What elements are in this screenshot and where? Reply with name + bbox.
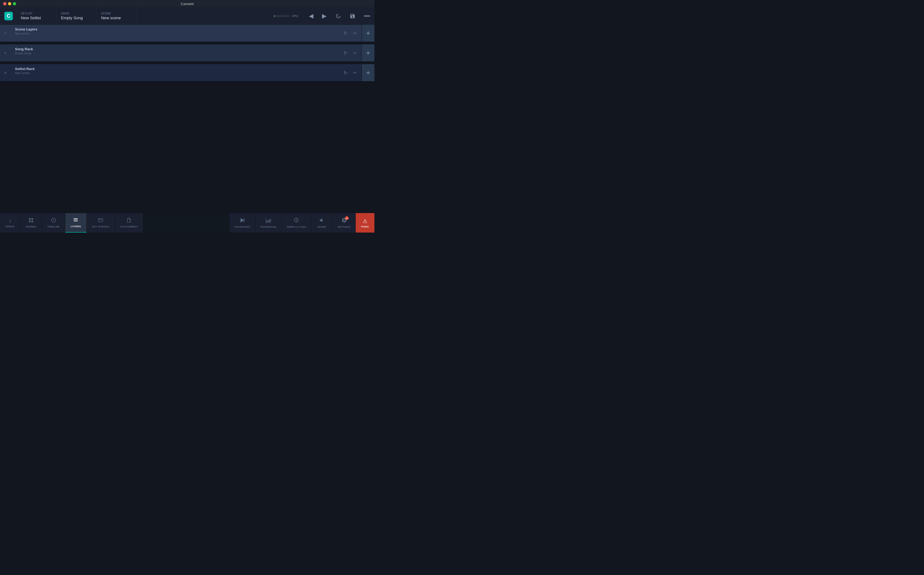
svg-rect-6 xyxy=(99,218,100,221)
song-rack-expand[interactable] xyxy=(0,44,11,62)
tab-attachment[interactable]: ATTACHMENT xyxy=(115,213,143,233)
close-button[interactable] xyxy=(3,2,6,5)
scene-layers-expand[interactable] xyxy=(0,25,11,42)
songs-icon: ♪ xyxy=(9,218,11,224)
scene-label: Scene xyxy=(101,12,132,15)
history-button[interactable] xyxy=(334,12,342,20)
song-rack-controls: ✏ xyxy=(339,44,362,62)
setlist-rack: Setlist Rack New Setlist ✏ + xyxy=(0,64,374,82)
scene-layers-subtitle: New scene xyxy=(15,32,335,35)
songs-label: SONGS xyxy=(5,225,15,228)
panic-btn[interactable]: ⚠ PANIC xyxy=(355,213,374,233)
mixer-icon xyxy=(319,217,325,224)
history-icon xyxy=(335,13,341,19)
svg-rect-3 xyxy=(32,221,33,222)
app-title: Camelot xyxy=(181,2,194,6)
tab-layers[interactable]: LAYERS xyxy=(65,213,87,233)
route-icon xyxy=(344,31,348,35)
scene-value: New scene xyxy=(101,16,132,20)
attachment-icon xyxy=(126,218,132,224)
layers-icon xyxy=(73,217,78,224)
setlist-rack-controls: ✏ xyxy=(339,64,362,81)
route-icon xyxy=(344,51,348,55)
transpose-btn[interactable]: ♭# TRANSPOSE xyxy=(255,213,281,233)
song-rack-edit-btn[interactable]: ✏ xyxy=(351,49,358,57)
transport-label: TRANSPORT xyxy=(234,226,251,228)
traffic-lights xyxy=(3,2,16,5)
setlist-section: Setlist New Setlist xyxy=(17,8,57,24)
svg-rect-0 xyxy=(29,218,31,220)
panic-label: PANIC xyxy=(361,226,369,228)
svg-point-4 xyxy=(53,220,54,221)
right-controls: TRANSPORT ♭# TRANSPOSE TEMPO & SYNC MIXE… xyxy=(229,213,374,233)
settings-icon: 1 xyxy=(341,217,347,224)
cpu-bar xyxy=(274,15,290,17)
scene-layers-controls: ✏ xyxy=(339,25,362,42)
tab-scenes[interactable]: SCENES xyxy=(20,213,42,233)
rewind-button[interactable]: ◀ xyxy=(308,11,315,21)
header: C Setlist New Setlist Song Empty Song Sc… xyxy=(0,8,374,25)
song-rack: Song Rack Empty Song ✏ + xyxy=(0,44,374,62)
setlist-value: New Setlist xyxy=(21,16,52,20)
tab-timeline[interactable]: TIMELINE xyxy=(42,213,65,233)
nav-tabs: ♪ SONGS SCENES TIMELINE LAYERS KEY xyxy=(0,213,143,233)
title-bar: Camelot xyxy=(0,0,374,8)
tab-songs[interactable]: ♪ SONGS xyxy=(0,213,20,233)
scene-layers-rack: Scene Layers New scene ✏ + xyxy=(0,25,374,42)
bottom-bar: ♪ SONGS SCENES TIMELINE LAYERS KEY xyxy=(0,213,374,233)
timeline-label: TIMELINE xyxy=(47,226,60,228)
transport-icon xyxy=(239,217,245,224)
song-section: Song Empty Song xyxy=(57,8,97,24)
setlist-rack-subtitle: New Setlist xyxy=(15,71,335,75)
tempo-sync-label: TEMPO & SYNC xyxy=(286,226,307,228)
layers-label: LAYERS xyxy=(71,225,81,228)
scene-section: Scene New scene xyxy=(97,8,137,24)
scene-layers-add-btn[interactable]: + xyxy=(362,25,374,42)
attachment-label: ATTACHMENT xyxy=(120,226,138,228)
song-value: Empty Song xyxy=(61,16,92,20)
save-icon xyxy=(350,13,355,19)
cpu-label: CPU xyxy=(292,14,298,17)
song-rack-body: Song Rack Empty Song xyxy=(11,44,339,62)
song-rack-add-btn[interactable]: + xyxy=(362,44,374,62)
play-button[interactable]: ▶ xyxy=(321,11,328,21)
mixer-btn[interactable]: MIXER xyxy=(311,213,332,233)
tempo-sync-btn[interactable]: TEMPO & SYNC xyxy=(281,213,311,233)
scene-layers-title: Scene Layers xyxy=(15,27,335,31)
settings-badge: 1 xyxy=(345,216,349,220)
setlist-rack-expand[interactable] xyxy=(0,64,11,81)
setlist-rack-edit-btn[interactable]: ✏ xyxy=(351,69,358,76)
svg-rect-7 xyxy=(100,218,101,221)
svg-marker-9 xyxy=(240,218,244,223)
more-button[interactable]: ••• xyxy=(363,11,371,21)
scenes-icon xyxy=(29,218,34,224)
key-ranges-icon xyxy=(98,218,103,224)
save-button[interactable] xyxy=(348,12,356,20)
scene-layers-edit-btn[interactable]: ✏ xyxy=(351,30,358,37)
setlist-rack-body: Setlist Rack New Setlist xyxy=(11,64,339,81)
transport-btn[interactable]: TRANSPORT xyxy=(229,213,255,233)
song-rack-route-btn[interactable] xyxy=(342,50,350,56)
scenes-label: SCENES xyxy=(25,226,37,228)
scene-layers-route-btn[interactable] xyxy=(342,30,350,37)
minimize-button[interactable] xyxy=(8,2,11,5)
song-label: Song xyxy=(61,12,92,15)
settings-btn[interactable]: 1 SETTINGS xyxy=(332,213,355,233)
transpose-icon: ♭# xyxy=(265,218,271,224)
app-logo: C xyxy=(3,11,14,21)
svg-rect-8 xyxy=(101,218,102,221)
setlist-rack-route-btn[interactable] xyxy=(342,70,350,76)
song-rack-title: Song Rack xyxy=(15,47,335,51)
maximize-button[interactable] xyxy=(13,2,16,5)
setlist-rack-add-btn[interactable]: + xyxy=(362,64,374,81)
svg-rect-1 xyxy=(32,218,33,220)
logo-icon: C xyxy=(4,12,13,20)
expand-dot xyxy=(4,32,6,34)
setlist-label: Setlist xyxy=(21,12,52,15)
mixer-label: MIXER xyxy=(318,226,326,228)
svg-rect-2 xyxy=(29,221,31,222)
scene-layers-body: Scene Layers New scene xyxy=(11,25,339,42)
tab-key-ranges[interactable]: KEY RANGES xyxy=(87,213,115,233)
main-content: Scene Layers New scene ✏ + Song Rack Emp… xyxy=(0,25,374,213)
tempo-sync-icon xyxy=(293,217,299,224)
